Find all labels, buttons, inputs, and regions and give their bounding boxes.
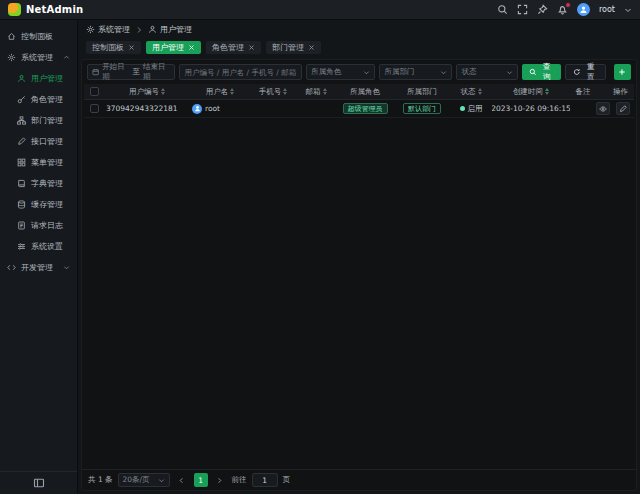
search-button[interactable]: 查询 <box>522 64 561 80</box>
table-empty-space <box>82 118 636 469</box>
username-text: root <box>205 104 220 113</box>
database-icon <box>17 200 26 209</box>
col-header-remark: 备注 <box>570 87 596 97</box>
tab-label: 用户管理 <box>152 42 184 53</box>
app-logo[interactable]: NetAdmin <box>8 3 78 16</box>
chevron-down-icon <box>158 477 165 484</box>
table-row[interactable]: 370942943322181 root 超级管理员 <box>84 100 634 118</box>
tab-roles[interactable]: 角色管理 <box>206 41 261 54</box>
add-user-button[interactable] <box>614 64 631 80</box>
col-label: 用户编号 <box>129 87 159 97</box>
close-icon[interactable] <box>308 44 315 51</box>
tab-users[interactable]: 用户管理 <box>146 41 201 54</box>
sidebar-item-development[interactable]: 开发管理 <box>0 257 77 278</box>
code-icon <box>7 263 16 272</box>
role-select[interactable]: 所属角色 <box>306 64 375 80</box>
department-select[interactable]: 所属部门 <box>379 64 452 80</box>
col-header-phone[interactable]: 手机号 <box>250 87 296 97</box>
date-range-picker[interactable]: 开始日期 至 结束日期 <box>87 64 175 80</box>
page-size-select[interactable]: 20条/页 <box>118 473 170 487</box>
sidebar-item-label: 系统设置 <box>31 241 63 252</box>
breadcrumb: 系统管理 用户管理 <box>78 20 640 39</box>
row-checkbox[interactable] <box>90 104 99 113</box>
pagination-total: 共 1 条 <box>88 475 113 485</box>
edit-button[interactable] <box>616 102 630 115</box>
breadcrumb-label: 系统管理 <box>98 24 130 35</box>
filter-row: 开始日期 至 结束日期 所属角色 所属部门 <box>82 60 636 84</box>
department-tag: 默认部门 <box>403 103 441 114</box>
col-label: 状态 <box>461 87 476 97</box>
sidebar-item-request-log[interactable]: 请求日志 <box>0 215 77 236</box>
breadcrumb-item-users[interactable]: 用户管理 <box>148 24 192 35</box>
department-select-placeholder: 所属部门 <box>384 67 414 77</box>
sidebar-footer <box>0 471 77 494</box>
tab-departments[interactable]: 部门管理 <box>266 41 321 54</box>
sidebar-item-cache[interactable]: 缓存管理 <box>0 194 77 215</box>
user-name[interactable]: root <box>599 5 615 14</box>
role-select-placeholder: 所属角色 <box>311 67 341 77</box>
sidebar-item-users[interactable]: 用户管理 <box>0 68 77 89</box>
sidebar-item-api[interactable]: 接口管理 <box>0 131 77 152</box>
date-separator: 至 <box>133 67 141 77</box>
sidebar-item-roles[interactable]: 角色管理 <box>0 89 77 110</box>
sidebar-item-dictionary[interactable]: 字典管理 <box>0 173 77 194</box>
next-page-button[interactable] <box>213 473 227 487</box>
pencil-icon <box>17 137 26 146</box>
col-header-roles: 所属角色 <box>336 87 394 97</box>
col-header-username[interactable]: 用户名 <box>190 87 250 97</box>
magnifier-icon <box>529 68 537 76</box>
close-icon[interactable] <box>188 44 195 51</box>
sidebar-item-label: 用户管理 <box>31 73 63 84</box>
tabs-bar: 控制面板 用户管理 角色管理 部门管理 <box>78 39 640 56</box>
sidebar-item-departments[interactable]: 部门管理 <box>0 110 77 131</box>
goto-unit: 页 <box>283 475 291 485</box>
reset-button[interactable]: 重置 <box>565 64 606 80</box>
book-icon <box>17 179 26 188</box>
sidebar-item-dashboard[interactable]: 控制面板 <box>0 26 77 47</box>
keyword-input[interactable] <box>184 68 297 77</box>
col-header-email[interactable]: 邮箱 <box>296 87 336 97</box>
reset-button-label: 重置 <box>584 62 598 82</box>
notifications-button[interactable] <box>557 4 568 15</box>
col-label: 备注 <box>576 87 591 97</box>
app-window: NetAdmin root 控制面板 <box>0 0 640 494</box>
col-header-status[interactable]: 状态 <box>450 87 492 97</box>
sidebar-item-menus[interactable]: 菜单管理 <box>0 152 77 173</box>
close-icon[interactable] <box>248 44 255 51</box>
sidebar-item-settings[interactable]: 系统设置 <box>0 236 77 257</box>
page-size-value: 20条/页 <box>123 475 150 485</box>
view-button[interactable] <box>596 102 610 115</box>
fullscreen-icon[interactable] <box>517 4 528 15</box>
col-header-created-at[interactable]: 创建时间 <box>492 87 570 97</box>
col-header-user-id[interactable]: 用户编号 <box>104 87 190 97</box>
sidebar-item-label: 系统管理 <box>21 52 53 63</box>
goto-page-input[interactable] <box>257 476 273 485</box>
sort-icons <box>230 88 234 95</box>
search-icon[interactable] <box>497 4 508 15</box>
pin-icon[interactable] <box>537 4 548 15</box>
status-select-placeholder: 状态 <box>461 67 476 77</box>
breadcrumb-item-system[interactable]: 系统管理 <box>86 24 130 35</box>
select-all-checkbox[interactable] <box>90 87 99 96</box>
user-icon <box>148 25 157 34</box>
status-select[interactable]: 状态 <box>456 64 518 80</box>
user-icon <box>17 74 26 83</box>
user-avatar[interactable] <box>577 3 590 16</box>
prev-page-button[interactable] <box>175 473 189 487</box>
close-icon[interactable] <box>128 44 135 51</box>
collapse-sidebar-button[interactable] <box>33 477 45 489</box>
role-tag: 超级管理员 <box>343 103 388 114</box>
chevron-down-icon <box>363 69 370 76</box>
tab-dashboard[interactable]: 控制面板 <box>86 41 141 54</box>
sort-icons <box>161 88 165 95</box>
current-page-button[interactable]: 1 <box>194 473 208 487</box>
sort-icons-active <box>545 88 549 95</box>
users-table: 用户编号 用户名 手机号 邮箱 <box>82 84 636 118</box>
user-menu-caret-icon[interactable] <box>624 6 632 14</box>
plus-icon <box>618 68 626 76</box>
sidebar-item-system[interactable]: 系统管理 <box>0 47 77 68</box>
sidebar-item-label: 字典管理 <box>31 178 63 189</box>
search-button-label: 查询 <box>540 62 554 82</box>
notification-badge <box>565 2 571 8</box>
goto-label: 前往 <box>232 475 247 485</box>
